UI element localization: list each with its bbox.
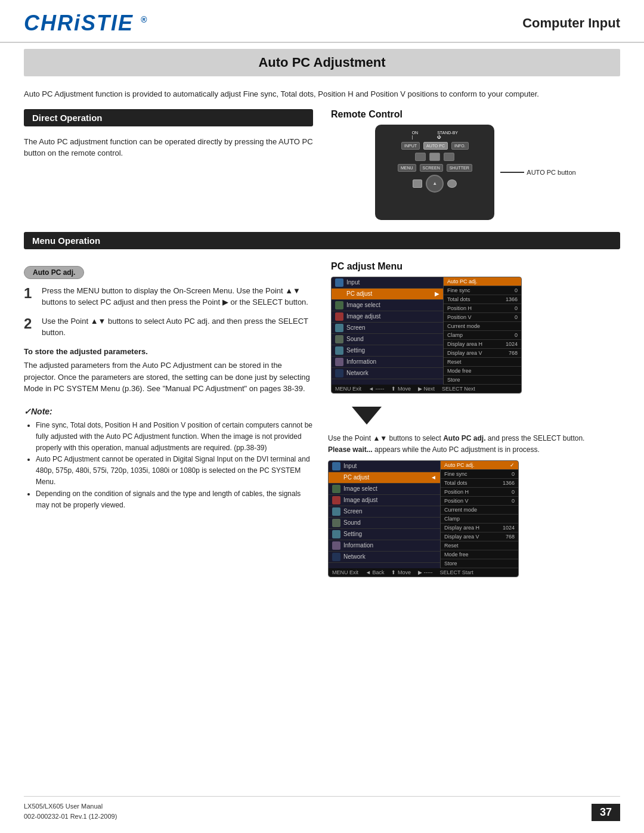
total-dots-value: 1366 [506,296,518,302]
panel-pc-adjust-row[interactable]: PC adjust ▶ [332,289,443,300]
p2-footer-next: ▶ ----- [418,569,433,575]
store-title: To store the adjusted parameters. [24,346,313,358]
p2-display-area-h-label: Display area H [444,525,479,531]
p2-image-select-label: Image select [343,485,436,492]
panel2-image-adjust-row[interactable]: Image adjust [329,495,440,506]
steps-list: 1 Press the MENU button to display the O… [24,285,313,339]
menu-operation-header: Menu Operation [24,232,620,249]
note-item-1: Fine sync, Total dots, Position H and Po… [36,420,316,454]
right-position-h: Position H 0 [444,304,521,313]
panel2-left-menu: Input PC adjust ◄ Image select Image adj… [329,461,441,568]
panel-screen-row[interactable]: Screen [332,323,443,334]
store-body: The adjusted parameters from the Auto PC… [24,360,313,395]
point-note-bold1: Auto PC adj. [443,434,485,442]
remote-control-image: ON| STAND-BY⏻ INPUT AUTO PC INFO. [375,125,494,220]
p2-position-h-label: Position H [444,489,469,495]
remote-menu-btn[interactable]: MENU [398,164,416,172]
panel2-information-row[interactable]: Information [329,540,440,552]
p2-setting-label: Setting [343,531,436,537]
right-mode-free: Mode free [444,367,521,376]
panel2-setting-row[interactable]: Setting [329,529,440,540]
p2-setting-icon [332,530,340,538]
p2-screen-icon [332,507,340,516]
direct-operation-body: The Auto PC adjustment function can be o… [24,136,313,159]
p2-right-mode-free: Mode free [441,550,518,559]
direct-operation-left: Direct Operation The Auto PC adjustment … [24,109,313,220]
remote-standby-label: STAND-BY⏻ [437,131,458,139]
panel-image-select-row[interactable]: Image select [332,300,443,311]
page-footer: LX505/LX605 User Manual 002-000232-01 Re… [24,796,620,821]
remote-screen-btn[interactable]: SCREEN [420,164,443,172]
p2-image-adjust-label: Image adjust [343,497,436,503]
menu-operation-section: Menu Operation Auto PC adj. 1 Press the … [0,232,644,395]
note-item-2: Auto PC Adjustment cannot be operated in… [36,454,316,488]
p2-footer-back: ◄ Back [366,569,384,575]
pc-adjust-icon [335,290,343,298]
right-position-v: Position V 0 [444,313,521,322]
panel2-screen-row[interactable]: Screen [329,506,440,518]
auto-pc-button-label: AUTO PC button [527,169,575,176]
bottom-section: ✓Note: Fine sync, Total dots, Position H… [0,407,644,577]
p2-network-icon [332,553,340,561]
pc-adjust-panel-1: Input PC adjust ▶ Image select [331,277,522,394]
p2-information-label: Information [343,542,436,549]
p2-sound-label: Sound [343,519,436,526]
right-fine-sync: Fine sync 0 [444,286,521,295]
panel-image-adjust-row[interactable]: Image adjust [332,311,443,323]
panel2-network-row[interactable]: Network [329,552,440,563]
bottom-left: ✓Note: Fine sync, Total dots, Position H… [24,407,316,577]
remote-control-section: Remote Control ON| STAND-BY⏻ INPUT AUTO … [331,109,620,220]
fine-sync-label: Fine sync [447,287,470,293]
panel-footer-2: MENU Exit ◄ Back ⬆ Move ▶ ----- SELECT S… [329,568,518,577]
p2-footer-select: SELECT Start [439,569,473,575]
display-area-v-value: 768 [509,350,518,356]
right-auto-pc-label: Auto PC adj. [447,278,478,284]
remote-auto-pc-btn[interactable]: AUTO PC [423,142,448,150]
fine-sync-value: 0 [515,287,518,293]
arrow-line [500,172,524,173]
direct-operation-section: Direct Operation The Auto PC adjustment … [0,109,644,220]
panel-setting-row[interactable]: Setting [332,345,443,357]
p2-sound-icon [332,519,340,527]
p2-right-auto-pc[interactable]: Auto PC adj. ✓ [441,461,518,470]
p2-screen-label: Screen [343,508,436,515]
menu-operation-cols: Auto PC adj. 1 Press the MENU button to … [24,261,620,395]
setting-icon [335,346,343,355]
clamp-label: Clamp [447,332,463,338]
intro-text: Auto PC Adjustment function is provided … [0,82,644,109]
remote-input-btn[interactable]: INPUT [401,142,420,150]
pc-adjust-arrow: ▶ [435,290,439,297]
p2-footer-move: ⬆ Move [391,569,411,575]
image-adjust-label: Image adjust [346,313,439,320]
remote-shutter-btn[interactable]: SHUTTER [447,164,472,172]
panel2-sound-row[interactable]: Sound [329,518,440,529]
panel-information-row[interactable]: Information [332,357,443,368]
p2-auto-pc-label: Auto PC adj. [444,462,475,468]
current-mode-label: Current mode [447,323,480,329]
p2-display-area-h-value: 1024 [503,525,515,531]
panel-right-submenu: Auto PC adj. Fine sync 0 Total dots 1366… [444,277,521,385]
pc-adjust-panel-2: Input PC adjust ◄ Image select Image adj… [328,460,519,577]
remote-top-row: ON| STAND-BY⏻ [380,131,490,139]
panel-sound-row[interactable]: Sound [332,334,443,345]
point-note-wait: Please wait... [328,445,373,454]
point-note-wait-text: appears while the Auto PC adjustment is … [373,445,540,454]
p2-fine-sync-value: 0 [512,471,515,477]
panel2-image-select-row[interactable]: Image select [329,484,440,495]
display-area-h-label: Display area H [447,341,482,347]
panel2-pc-adjust-row[interactable]: PC adjust ◄ [329,472,440,484]
p2-position-v-label: Position V [444,498,469,504]
right-total-dots: Total dots 1366 [444,295,521,304]
panel-network-row[interactable]: Network [332,368,443,379]
p2-fine-sync-label: Fine sync [444,471,467,477]
information-label: Information [346,358,439,365]
right-auto-pc[interactable]: Auto PC adj. [444,277,521,286]
p2-total-dots-value: 1366 [503,480,515,486]
display-area-v-label: Display area V [447,350,482,356]
p2-right-position-h: Position H 0 [441,488,518,497]
pc-adjust-point-note: Use the Point ▲▼ buttons to select Auto … [328,433,584,456]
remote-bottom-row: ▲ [380,175,490,193]
p2-input-icon [332,462,340,470]
remote-info-btn[interactable]: INFO. [451,142,469,150]
image-select-icon [335,301,343,309]
